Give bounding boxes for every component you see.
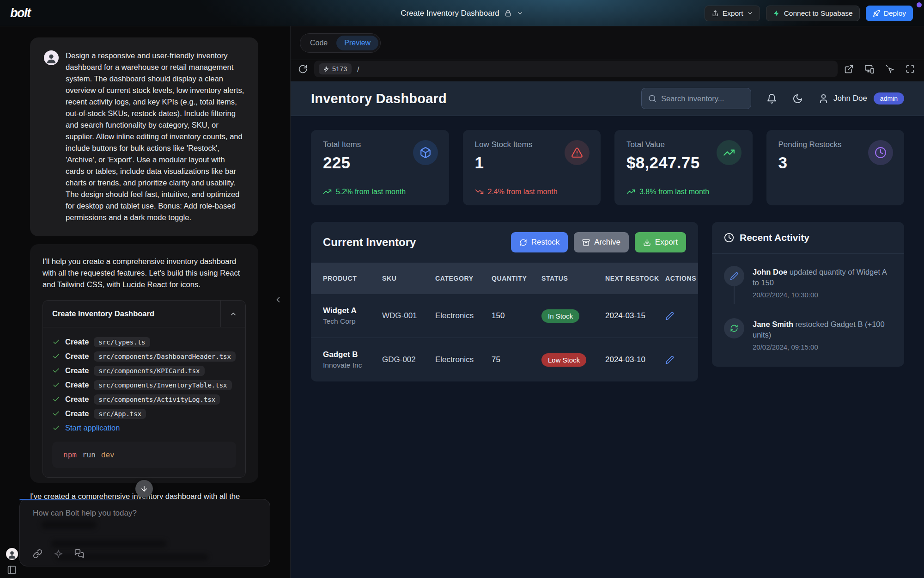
inventory-table: PRODUCT SKU CATEGORY QUANTITY STATUS NEX… xyxy=(311,263,698,381)
assistant-intro-text: I'll help you create a comprehensive inv… xyxy=(43,256,246,290)
archive-icon xyxy=(582,239,590,246)
kpi-card-total-value: Total Value $8,247.75 3.8% from last mon… xyxy=(614,130,753,205)
restock-button[interactable]: Restock xyxy=(511,232,568,252)
redacted-text xyxy=(51,540,167,547)
tab-code[interactable]: Code xyxy=(302,36,335,50)
preview-frame: Inventory Dashboard xyxy=(291,81,924,578)
trending-up-icon xyxy=(717,140,742,165)
connect-supabase-button[interactable]: Connect to Supabase xyxy=(766,6,860,21)
task-card-title: Create Inventory Dashboard xyxy=(43,301,220,327)
table-row[interactable]: Gadget B Innovate Inc GDG-002 Electronic… xyxy=(311,338,698,381)
scroll-to-bottom-button[interactable] xyxy=(135,480,153,498)
fullscreen-icon[interactable] xyxy=(906,64,915,74)
deploy-button[interactable]: Deploy xyxy=(866,6,913,21)
dashboard-header: Inventory Dashboard xyxy=(291,81,924,116)
kpi-row: Total Items 225 5.2% from last month Low… xyxy=(311,130,904,205)
current-inventory-card: Current Inventory Restock xyxy=(311,222,698,381)
chat-panel: Design a responsive and user-friendly in… xyxy=(0,26,290,578)
task-step: Create src/components/KPICard.tsx xyxy=(52,363,236,378)
tab-preview[interactable]: Preview xyxy=(336,36,378,50)
file-path[interactable]: src/types.ts xyxy=(94,337,150,347)
inventory-title: Current Inventory xyxy=(323,236,416,249)
account-avatar[interactable] xyxy=(6,548,18,560)
task-step: Create src/App.tsx xyxy=(52,406,236,421)
check-icon xyxy=(52,395,60,403)
task-card: Create Inventory Dashboard Create src/ty… xyxy=(43,300,246,478)
port-chip[interactable]: 5173 xyxy=(319,63,352,74)
lock-icon xyxy=(504,9,512,17)
file-path[interactable]: src/components/KPICard.tsx xyxy=(94,366,204,376)
dashboard-title: Inventory Dashboard xyxy=(311,91,447,106)
task-collapse-button[interactable] xyxy=(220,301,245,327)
chat-mode-icon[interactable] xyxy=(74,549,84,559)
clock-icon xyxy=(724,233,734,243)
file-path[interactable]: src/components/InventoryTable.tsx xyxy=(94,380,231,390)
file-path[interactable]: src/components/DashboardHeader.tsx xyxy=(94,351,236,362)
task-step: Create src/components/ActivityLog.tsx xyxy=(52,392,236,406)
assistant-message: I'll help you create a comprehensive inv… xyxy=(30,244,258,483)
sparkles-icon[interactable] xyxy=(54,549,63,559)
start-application-link[interactable]: Start application xyxy=(65,424,120,432)
export-csv-button[interactable]: Export xyxy=(635,232,686,252)
check-icon xyxy=(52,381,60,389)
url-path: / xyxy=(357,65,359,73)
check-icon xyxy=(52,352,60,360)
sidebar-toggle-icon[interactable] xyxy=(7,565,17,575)
inventory-search-input[interactable] xyxy=(661,94,735,103)
table-header-row: PRODUCT SKU CATEGORY QUANTITY STATUS NEX… xyxy=(311,263,698,294)
activity-item: John Doe updated quantity of Widget A to… xyxy=(724,266,892,299)
user-name: John Doe xyxy=(833,94,867,103)
code-preview-switch: Code Preview xyxy=(300,33,381,53)
activity-title: Recent Activity xyxy=(740,232,809,243)
user-icon xyxy=(818,93,829,104)
file-path[interactable]: src/App.tsx xyxy=(94,409,146,419)
package-icon xyxy=(413,140,438,165)
file-path[interactable]: src/components/ActivityLog.tsx xyxy=(94,394,220,405)
alert-triangle-icon xyxy=(565,140,590,165)
connect-supabase-label: Connect to Supabase xyxy=(784,9,853,18)
device-preview-icon[interactable] xyxy=(864,64,875,74)
rocket-icon xyxy=(873,10,880,17)
project-title-menu[interactable]: Create Inventory Dashboard xyxy=(401,0,523,26)
archive-button[interactable]: Archive xyxy=(574,232,629,252)
attach-link-icon[interactable] xyxy=(33,549,43,559)
activity-timestamp: 20/02/2024, 10:30:00 xyxy=(753,291,892,299)
trending-up-icon xyxy=(626,187,635,196)
inventory-search-box[interactable] xyxy=(641,88,751,109)
check-icon xyxy=(52,424,60,432)
user-prompt-text: Design a responsive and user-friendly in… xyxy=(66,50,245,223)
redacted-text xyxy=(41,521,97,529)
role-badge: admin xyxy=(874,92,904,105)
user-menu[interactable]: John Doe admin xyxy=(818,92,904,105)
arrow-down-icon xyxy=(140,485,148,493)
status-badge: In Stock xyxy=(541,309,579,323)
check-icon xyxy=(52,367,60,375)
collapse-chat-handle[interactable] xyxy=(274,295,283,304)
url-field[interactable]: 5173 / xyxy=(314,61,838,77)
chat-input-box[interactable] xyxy=(19,499,270,566)
task-step: Create src/components/DashboardHeader.ts… xyxy=(52,349,236,363)
notification-dot xyxy=(917,2,922,7)
kpi-card-low-stock: Low Stock Items 1 2.4% from last month xyxy=(463,130,601,205)
workbench-panel: Code Preview 5173 / xyxy=(290,26,924,578)
dark-mode-toggle-icon[interactable] xyxy=(792,93,803,104)
deploy-label: Deploy xyxy=(884,9,906,18)
edit-pencil-icon[interactable] xyxy=(665,312,681,320)
export-label: Export xyxy=(723,9,743,18)
open-external-icon[interactable] xyxy=(844,64,854,74)
share-icon xyxy=(711,10,719,17)
check-icon xyxy=(52,410,60,418)
table-row[interactable]: Widget A Tech Corp WDG-001 Electronics 1… xyxy=(311,294,698,338)
supabase-bolt-icon xyxy=(773,10,780,17)
bell-icon[interactable] xyxy=(766,93,777,104)
trending-down-icon xyxy=(475,187,484,196)
kpi-card-total-items: Total Items 225 5.2% from last month xyxy=(311,130,449,205)
task-step-start: Start application xyxy=(52,421,236,435)
chat-input[interactable] xyxy=(33,509,255,518)
port-bolt-icon xyxy=(323,66,329,72)
export-button[interactable]: Export xyxy=(705,6,760,21)
inspector-cursor-icon[interactable] xyxy=(885,64,895,74)
activity-timestamp: 20/02/2024, 09:15:00 xyxy=(753,343,892,351)
edit-pencil-icon[interactable] xyxy=(665,356,681,364)
reload-icon[interactable] xyxy=(298,64,308,74)
